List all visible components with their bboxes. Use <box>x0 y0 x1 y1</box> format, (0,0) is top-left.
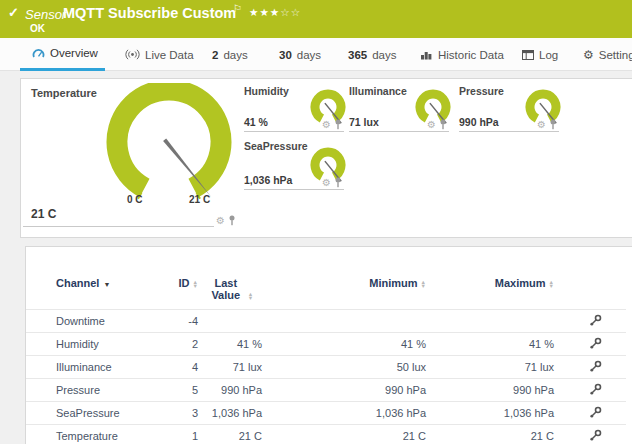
stars-empty: ☆☆ <box>280 6 301 18</box>
tab-settings-label: Settings <box>599 49 632 61</box>
cell-id: 1 <box>166 425 198 444</box>
ok-check-icon: ✓ <box>8 5 19 20</box>
pressure-gauge-block: Pressure 990 hPa ⚙ <box>459 85 559 132</box>
pin-icon[interactable] <box>334 177 342 188</box>
cell-channel: Temperature <box>26 425 166 444</box>
priority-flag-icon[interactable]: ⚐ <box>233 3 242 14</box>
cell-channel: Pressure <box>26 379 166 402</box>
cell-minimum: 50 lux <box>262 356 426 379</box>
cell-last-value: 990 hPa <box>198 379 262 402</box>
seapressure-gauge-title: SeaPressure <box>244 140 308 152</box>
tab-30-days[interactable]: 30 days <box>279 38 321 71</box>
object-kind-label: Sensor <box>25 7 66 22</box>
cell-maximum: 1,036 hPa <box>426 402 554 425</box>
column-header-minimum[interactable]: Minimum▲▼ <box>262 273 426 310</box>
table-icon <box>522 50 534 60</box>
status-badge: OK <box>30 23 45 34</box>
column-header-id[interactable]: ID▲▼ <box>166 273 198 310</box>
tab-historic-data-label: Historic Data <box>438 49 504 61</box>
column-header-channel-label: Channel <box>56 277 99 289</box>
cell-last-value: 71 lux <box>198 356 262 379</box>
table-row-downtime: Downtime -4 <box>26 310 626 333</box>
cell-channel: Downtime <box>26 310 166 333</box>
column-header-maximum[interactable]: Maximum▲▼ <box>426 273 554 310</box>
cell-maximum: 41 % <box>426 333 554 356</box>
sensor-header: ✓ Sensor MQTT Subscribe Custom ⚐ ★★★☆☆ O… <box>0 0 632 38</box>
gauge-scale-min: 0 C <box>127 194 143 205</box>
column-header-id-label: ID <box>179 277 190 289</box>
channel-settings-wrench-icon[interactable] <box>589 429 602 442</box>
channel-settings-wrench-icon[interactable] <box>589 406 602 419</box>
illuminance-value: 71 lux <box>349 116 379 128</box>
illuminance-gauge-title: Illuminance <box>349 85 407 97</box>
cell-id: 2 <box>166 333 198 356</box>
channel-settings-wrench-icon[interactable] <box>589 383 602 396</box>
channel-gear-icon[interactable]: ⚙ <box>537 120 546 130</box>
column-header-tools <box>554 273 626 310</box>
pressure-gauge-title: Pressure <box>459 85 504 97</box>
tab-live-data-label: Live Data <box>145 49 194 61</box>
column-header-channel[interactable]: Channel▼ <box>26 273 166 310</box>
column-header-last-value[interactable]: Last Value▲▼ <box>198 273 262 310</box>
sensor-title: MQTT Subscribe Custom <box>63 5 236 21</box>
pressure-value: 990 hPa <box>459 116 499 128</box>
tab-live-data[interactable]: Live Data <box>125 38 194 71</box>
column-header-maximum-label: Maximum <box>495 277 546 289</box>
cell-maximum: 21 C <box>426 425 554 444</box>
cell-minimum: 990 hPa <box>262 379 426 402</box>
gear-icon: ⚙ <box>583 48 594 62</box>
cell-id: 5 <box>166 379 198 402</box>
channel-table-panel: Channel▼ ID▲▼ Last Value▲▼ Minimum▲▼ Max… <box>25 246 632 444</box>
tab-overview[interactable]: Overview <box>20 38 105 71</box>
sort-arrows-icon: ▲▼ <box>549 280 554 289</box>
pin-icon[interactable] <box>334 119 342 130</box>
cell-minimum: 21 C <box>262 425 426 444</box>
tab-365-days-word: days <box>372 49 396 61</box>
tab-log-label: Log <box>539 49 558 61</box>
cell-maximum <box>426 310 554 333</box>
pin-icon[interactable] <box>439 119 447 130</box>
stars-filled: ★★★ <box>249 6 280 18</box>
tab-log[interactable]: Log <box>522 38 558 71</box>
tab-bar: Overview Live Data 2 days 30 days 365 da… <box>0 38 632 71</box>
channel-gear-icon[interactable]: ⚙ <box>216 216 225 226</box>
cell-channel: Humidity <box>26 333 166 356</box>
humidity-gauge-block: Humidity 41 % ⚙ <box>244 85 344 132</box>
channel-table: Channel▼ ID▲▼ Last Value▲▼ Minimum▲▼ Max… <box>26 273 626 444</box>
channel-settings-wrench-icon[interactable] <box>589 360 602 373</box>
table-row-temperature: Temperature 1 21 C 21 C 21 C <box>26 425 626 444</box>
tab-overview-label: Overview <box>50 47 98 59</box>
cell-maximum: 71 lux <box>426 356 554 379</box>
cell-last-value <box>198 310 262 333</box>
broadcast-icon <box>125 49 140 60</box>
channel-gear-icon[interactable]: ⚙ <box>322 120 331 130</box>
priority-stars[interactable]: ★★★☆☆ <box>249 6 301 18</box>
cell-last-value: 1,036 hPa <box>198 402 262 425</box>
sort-arrows-icon: ▲▼ <box>248 292 253 301</box>
tab-2-days[interactable]: 2 days <box>212 38 248 71</box>
cell-channel: SeaPressure <box>26 402 166 425</box>
tab-2-days-number: 2 <box>212 49 218 61</box>
tab-settings[interactable]: ⚙ Settings <box>583 38 632 71</box>
pin-icon[interactable] <box>549 119 557 130</box>
sort-arrows-icon: ▲▼ <box>421 280 426 289</box>
channel-gear-icon[interactable]: ⚙ <box>427 120 436 130</box>
cell-maximum: 990 hPa <box>426 379 554 402</box>
table-row-seapressure: SeaPressure 3 1,036 hPa 1,036 hPa 1,036 … <box>26 402 626 425</box>
channel-gear-icon[interactable]: ⚙ <box>322 178 331 188</box>
tab-365-days[interactable]: 365 days <box>348 38 396 71</box>
column-header-last-value-label: Last Value <box>207 277 245 301</box>
channel-settings-wrench-icon[interactable] <box>589 337 602 350</box>
tab-365-days-number: 365 <box>348 49 367 61</box>
tab-historic-data[interactable]: Historic Data <box>420 38 504 71</box>
cell-minimum: 41 % <box>262 333 426 356</box>
cell-last-value: 21 C <box>198 425 262 444</box>
channel-settings-wrench-icon[interactable] <box>589 314 602 327</box>
sort-caret-icon: ▼ <box>103 281 110 288</box>
cell-last-value: 41 % <box>198 333 262 356</box>
table-row-humidity: Humidity 2 41 % 41 % 41 % <box>26 333 626 356</box>
table-row-pressure: Pressure 5 990 hPa 990 hPa 990 hPa <box>26 379 626 402</box>
cell-id: 4 <box>166 356 198 379</box>
illuminance-gauge-block: Illuminance 71 lux ⚙ <box>349 85 449 132</box>
pin-icon[interactable] <box>228 215 236 226</box>
